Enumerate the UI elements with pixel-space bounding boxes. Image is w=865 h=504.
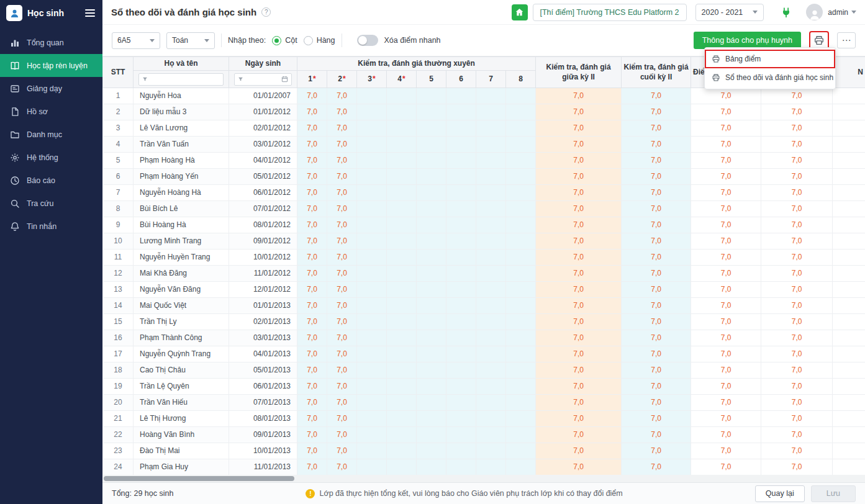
midterm-score-cell[interactable]: 7,0 — [536, 411, 622, 427]
regular-score-cell[interactable] — [446, 362, 476, 379]
regular-score-cell[interactable] — [476, 201, 506, 217]
connection-icon[interactable] — [780, 6, 792, 19]
midterm-score-cell[interactable]: 7,0 — [536, 459, 622, 475]
regular-score-cell[interactable] — [446, 330, 476, 346]
regular-score-cell[interactable] — [357, 266, 387, 282]
regular-score-cell[interactable] — [446, 282, 476, 298]
midterm-score-cell[interactable]: 7,0 — [536, 298, 622, 314]
final-score-cell[interactable]: 7,0 — [622, 233, 691, 250]
regular-score-cell[interactable] — [387, 266, 417, 282]
regular-score-cell[interactable]: 7,0 — [297, 427, 327, 443]
regular-score-cell[interactable] — [357, 443, 387, 459]
regular-score-cell[interactable]: 7,0 — [327, 314, 357, 330]
regular-score-cell[interactable] — [387, 282, 417, 298]
midterm-score-cell[interactable]: 7,0 — [536, 330, 622, 346]
regular-score-cell[interactable] — [357, 217, 387, 233]
regular-score-cell[interactable]: 7,0 — [327, 266, 357, 282]
regular-score-cell[interactable] — [476, 217, 506, 233]
midterm-score-cell[interactable]: 7,0 — [536, 169, 622, 185]
regular-score-cell[interactable] — [506, 443, 536, 459]
regular-score-cell[interactable] — [357, 201, 387, 217]
regular-score-cell[interactable] — [357, 298, 387, 314]
regular-score-cell[interactable]: 7,0 — [297, 330, 327, 346]
print-button[interactable] — [810, 32, 828, 48]
regular-score-cell[interactable] — [417, 217, 446, 233]
regular-score-cell[interactable] — [387, 298, 417, 314]
regular-score-cell[interactable] — [446, 314, 476, 330]
regular-score-cell[interactable] — [357, 169, 387, 185]
midterm-score-cell[interactable]: 7,0 — [536, 443, 622, 459]
final-score-cell[interactable]: 7,0 — [622, 411, 691, 427]
regular-score-cell[interactable] — [387, 120, 417, 137]
midterm-score-cell[interactable]: 7,0 — [536, 346, 622, 362]
regular-score-cell[interactable]: 7,0 — [297, 185, 327, 201]
regular-score-cell[interactable]: 7,0 — [327, 120, 357, 137]
regular-score-cell[interactable]: 7,0 — [297, 104, 327, 120]
regular-score-cell[interactable]: 7,0 — [327, 88, 357, 104]
regular-score-cell[interactable]: 7,0 — [327, 379, 357, 395]
regular-score-cell[interactable] — [417, 411, 446, 427]
midterm-score-cell[interactable]: 7,0 — [536, 362, 622, 379]
regular-score-cell[interactable] — [387, 459, 417, 475]
midterm-score-cell[interactable]: 7,0 — [536, 153, 622, 169]
school-year-select[interactable]: 2020 - 2021 — [695, 4, 764, 21]
regular-score-cell[interactable]: 7,0 — [297, 120, 327, 137]
midterm-score-cell[interactable]: 7,0 — [536, 266, 622, 282]
regular-score-cell[interactable] — [387, 217, 417, 233]
regular-score-cell[interactable] — [357, 330, 387, 346]
regular-score-cell[interactable] — [357, 104, 387, 120]
regular-score-cell[interactable] — [446, 459, 476, 475]
regular-score-cell[interactable] — [506, 411, 536, 427]
name-filter-input[interactable] — [138, 73, 224, 86]
midterm-score-cell[interactable]: 7,0 — [536, 427, 622, 443]
regular-score-cell[interactable] — [476, 298, 506, 314]
regular-score-cell[interactable] — [417, 250, 446, 266]
regular-score-cell[interactable] — [357, 379, 387, 395]
regular-score-cell[interactable] — [476, 266, 506, 282]
home-button[interactable] — [512, 4, 528, 20]
regular-score-cell[interactable]: 7,0 — [297, 314, 327, 330]
regular-score-cell[interactable] — [506, 330, 536, 346]
regular-score-cell[interactable] — [506, 185, 536, 201]
regular-score-cell[interactable] — [476, 233, 506, 250]
final-score-cell[interactable]: 7,0 — [622, 104, 691, 120]
regular-score-cell[interactable] — [506, 379, 536, 395]
regular-score-cell[interactable]: 7,0 — [297, 217, 327, 233]
regular-score-cell[interactable] — [417, 379, 446, 395]
regular-score-cell[interactable] — [417, 427, 446, 443]
final-score-cell[interactable]: 7,0 — [622, 459, 691, 475]
regular-score-cell[interactable]: 7,0 — [297, 201, 327, 217]
regular-score-cell[interactable] — [446, 185, 476, 201]
regular-score-cell[interactable] — [476, 250, 506, 266]
regular-score-cell[interactable] — [446, 104, 476, 120]
regular-score-cell[interactable] — [476, 379, 506, 395]
regular-score-cell[interactable] — [357, 427, 387, 443]
regular-score-cell[interactable]: 7,0 — [327, 217, 357, 233]
regular-score-cell[interactable] — [476, 153, 506, 169]
radio-row[interactable]: Hàng — [304, 36, 335, 45]
regular-score-cell[interactable] — [476, 282, 506, 298]
regular-score-cell[interactable] — [417, 169, 446, 185]
regular-score-cell[interactable] — [387, 201, 417, 217]
final-score-cell[interactable]: 7,0 — [622, 217, 691, 233]
regular-score-cell[interactable] — [476, 185, 506, 201]
radio-column[interactable]: Cột — [272, 36, 297, 45]
regular-score-cell[interactable] — [506, 298, 536, 314]
print-menu-item-2[interactable]: Sổ theo dõi và đánh giá học sinh — [705, 68, 835, 87]
final-score-cell[interactable]: 7,0 — [622, 362, 691, 379]
regular-score-cell[interactable]: 7,0 — [327, 459, 357, 475]
regular-score-cell[interactable] — [417, 88, 446, 104]
regular-score-cell[interactable] — [387, 233, 417, 250]
midterm-score-cell[interactable]: 7,0 — [536, 217, 622, 233]
regular-score-cell[interactable] — [417, 104, 446, 120]
regular-score-cell[interactable] — [417, 443, 446, 459]
regular-score-cell[interactable] — [446, 298, 476, 314]
regular-score-cell[interactable] — [476, 459, 506, 475]
regular-score-cell[interactable] — [357, 250, 387, 266]
regular-score-cell[interactable] — [476, 330, 506, 346]
midterm-score-cell[interactable]: 7,0 — [536, 379, 622, 395]
notify-parents-button[interactable]: Thông báo cho phụ huynh — [694, 32, 801, 49]
regular-score-cell[interactable]: 7,0 — [327, 427, 357, 443]
regular-score-cell[interactable] — [357, 459, 387, 475]
save-button[interactable]: Lưu — [811, 485, 856, 502]
